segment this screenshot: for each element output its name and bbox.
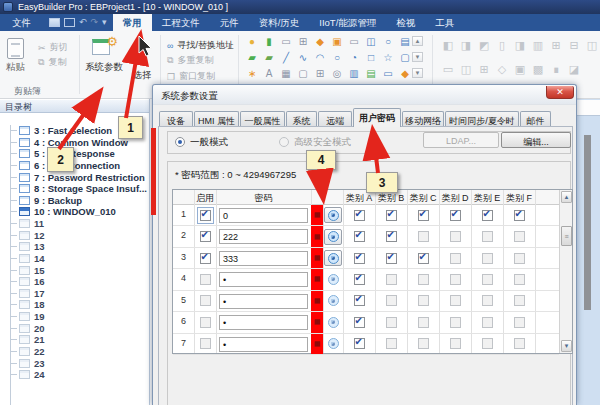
category-checkbox[interactable] bbox=[450, 295, 461, 306]
enable-checkbox[interactable] bbox=[200, 295, 211, 306]
category-checkbox[interactable] bbox=[514, 231, 525, 242]
gallery-icon[interactable]: ◠ bbox=[313, 51, 327, 64]
password-input[interactable]: 0 bbox=[219, 208, 308, 223]
category-checkbox[interactable] bbox=[386, 317, 397, 328]
password-input[interactable]: 333 bbox=[219, 251, 308, 266]
dialog-tab[interactable]: 远端 bbox=[318, 111, 352, 127]
scroll-down-icon[interactable]: ▼ bbox=[561, 340, 572, 352]
gallery-icon[interactable]: ▤ bbox=[364, 67, 378, 80]
category-checkbox[interactable] bbox=[482, 210, 493, 221]
category-checkbox[interactable] bbox=[482, 295, 493, 306]
window-copy-button[interactable]: ❐ 窗口复制 bbox=[167, 70, 215, 83]
tree-item[interactable]: 20 bbox=[0, 323, 45, 334]
multi-copy-button[interactable]: ⧉ 多重复制 bbox=[167, 54, 213, 67]
ldap-button[interactable]: LDAP... bbox=[423, 132, 499, 148]
dialog-tab[interactable]: 移动网络 bbox=[402, 111, 444, 127]
dialog-tab[interactable]: HMI 属性 bbox=[194, 111, 239, 127]
arrange-icon[interactable]: ▯ bbox=[495, 39, 509, 52]
arrange-icon[interactable]: ⊞ bbox=[549, 39, 563, 52]
arrange-icon[interactable]: ▥ bbox=[531, 39, 545, 52]
enable-checkbox[interactable] bbox=[200, 317, 211, 328]
password-input[interactable]: 222 bbox=[219, 229, 308, 244]
dialog-tab[interactable]: 用户密码 bbox=[353, 108, 401, 127]
menu-tab[interactable]: 工程文件 bbox=[152, 14, 210, 31]
gallery-scroll-down-icon[interactable]: ▼ bbox=[412, 52, 423, 62]
arrange-icon[interactable]: ▩ bbox=[531, 63, 545, 76]
tree-item[interactable]: 3 : Fast Selection bbox=[0, 125, 112, 136]
category-checkbox[interactable] bbox=[354, 210, 365, 221]
category-checkbox[interactable] bbox=[482, 317, 493, 328]
category-checkbox[interactable] bbox=[354, 295, 365, 306]
advanced-mode-radio[interactable]: 高级安全模式 bbox=[279, 136, 351, 149]
category-checkbox[interactable] bbox=[450, 338, 461, 349]
category-checkbox[interactable] bbox=[514, 274, 525, 285]
eye-button[interactable] bbox=[324, 250, 342, 266]
category-checkbox[interactable] bbox=[482, 338, 493, 349]
dialog-close-button[interactable]: ✕ bbox=[546, 86, 574, 99]
category-checkbox[interactable] bbox=[386, 253, 397, 264]
category-checkbox[interactable] bbox=[482, 231, 493, 242]
gallery-icon[interactable]: ◔ bbox=[347, 51, 361, 64]
category-checkbox[interactable] bbox=[514, 210, 525, 221]
category-checkbox[interactable] bbox=[418, 338, 429, 349]
paste-button[interactable]: 粘贴 bbox=[6, 38, 25, 74]
arrange-icon[interactable]: ◫ bbox=[459, 63, 473, 76]
gallery-icon[interactable]: ▮ bbox=[262, 35, 276, 48]
menu-tab[interactable]: 检视 bbox=[386, 14, 425, 31]
menu-tab[interactable]: 常用 bbox=[113, 14, 152, 31]
category-checkbox[interactable] bbox=[418, 317, 429, 328]
gallery-icon[interactable]: ∿ bbox=[296, 51, 310, 64]
tree-item[interactable]: 10 : WINDOW_010 bbox=[0, 206, 116, 217]
system-params-button[interactable]: ⚙ 系统参数 bbox=[85, 37, 123, 74]
gallery-icon[interactable]: □ bbox=[364, 51, 378, 64]
tree-item[interactable]: 8 : Storage Space Insuf... bbox=[0, 183, 147, 194]
eye-button[interactable] bbox=[324, 229, 342, 245]
category-checkbox[interactable] bbox=[514, 295, 525, 306]
category-checkbox[interactable] bbox=[514, 338, 525, 349]
category-checkbox[interactable] bbox=[514, 253, 525, 264]
tree-item[interactable]: 22 bbox=[0, 346, 45, 357]
gallery-icon[interactable]: ○ bbox=[381, 35, 395, 48]
eye-icon[interactable] bbox=[328, 231, 339, 242]
password-input[interactable]: • bbox=[219, 272, 308, 287]
arrange-icon[interactable]: ⊟ bbox=[567, 39, 581, 52]
tree-item[interactable]: 11 bbox=[0, 218, 44, 229]
arrange-icon[interactable]: ◫ bbox=[585, 39, 599, 52]
general-mode-radio[interactable]: 一般模式 bbox=[175, 136, 228, 149]
tree-item[interactable]: 4 : Common Window bbox=[0, 137, 128, 148]
gallery-icon[interactable]: ☆ bbox=[381, 51, 395, 64]
category-checkbox[interactable] bbox=[354, 253, 365, 264]
gallery-icon[interactable]: ▦ bbox=[279, 67, 293, 80]
gallery-icon[interactable]: ∗ bbox=[245, 67, 259, 80]
copy-button[interactable]: ⧉复制 bbox=[38, 56, 66, 69]
category-checkbox[interactable] bbox=[418, 295, 429, 306]
gallery-icon[interactable]: A bbox=[262, 67, 276, 80]
quick-access-dropdown-icon[interactable]: ▾ bbox=[102, 18, 107, 27]
gallery-icon[interactable]: ▤ bbox=[398, 35, 412, 48]
edit-button[interactable]: 编辑... bbox=[501, 132, 571, 148]
tree-item[interactable]: 18 bbox=[0, 299, 45, 310]
category-checkbox[interactable] bbox=[354, 317, 365, 328]
undo-icon[interactable]: ↶ bbox=[79, 18, 87, 27]
tree-item[interactable]: 7 : Password Restriction bbox=[0, 172, 145, 183]
gallery-icon[interactable]: ▢ bbox=[398, 51, 412, 64]
gallery-icon[interactable]: ⊞ bbox=[296, 35, 310, 48]
gallery-icon[interactable]: ▭ bbox=[381, 67, 395, 80]
arrange-icon[interactable]: ◨ bbox=[459, 39, 473, 52]
arrange-icon[interactable]: ▭ bbox=[441, 63, 455, 76]
menu-tab[interactable]: 资料/历史 bbox=[249, 14, 310, 31]
eye-icon[interactable] bbox=[328, 253, 339, 264]
window-switch-icon[interactable] bbox=[64, 18, 75, 27]
arrange-icon[interactable]: ▣ bbox=[513, 63, 527, 76]
category-checkbox[interactable] bbox=[450, 274, 461, 285]
category-checkbox[interactable] bbox=[386, 295, 397, 306]
gallery-icon[interactable]: ● bbox=[245, 35, 259, 48]
tree-item[interactable]: 19 bbox=[0, 311, 45, 322]
category-checkbox[interactable] bbox=[354, 338, 365, 349]
tree-item[interactable]: 21 bbox=[0, 334, 45, 345]
category-checkbox[interactable] bbox=[386, 210, 397, 221]
gallery-icon[interactable]: ◫ bbox=[364, 35, 378, 48]
arrange-icon[interactable]: ◨ bbox=[513, 39, 527, 52]
category-checkbox[interactable] bbox=[450, 317, 461, 328]
eye-icon[interactable] bbox=[328, 295, 339, 306]
